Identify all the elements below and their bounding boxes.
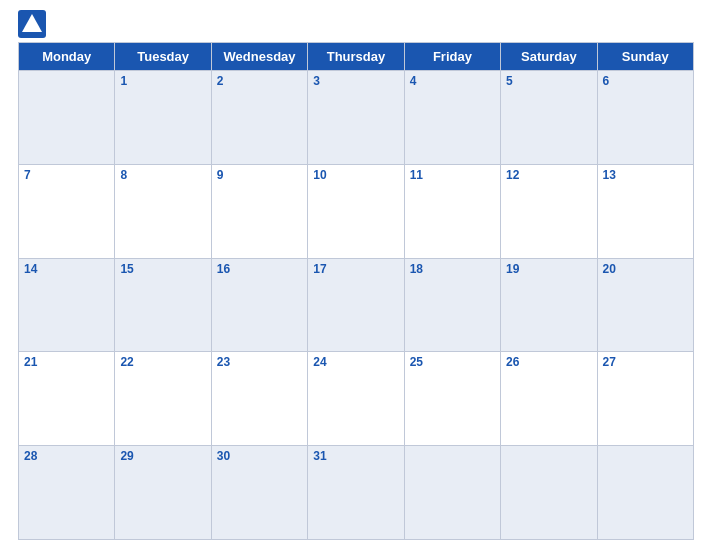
calendar-cell: 8 [115,164,211,258]
day-number: 29 [120,449,133,463]
calendar-cell: 9 [211,164,307,258]
day-header-friday: Friday [404,43,500,71]
day-number: 30 [217,449,230,463]
calendar-cell: 1 [115,71,211,165]
calendar-cell: 11 [404,164,500,258]
day-number: 10 [313,168,326,182]
calendar-cell: 24 [308,352,404,446]
day-number: 14 [24,262,37,276]
calendar-cell: 27 [597,352,693,446]
calendar-cell: 4 [404,71,500,165]
calendar-cell [501,446,597,540]
day-number: 28 [24,449,37,463]
calendar-cell: 25 [404,352,500,446]
day-number: 23 [217,355,230,369]
day-number: 27 [603,355,616,369]
calendar-cell: 20 [597,258,693,352]
calendar-cell: 3 [308,71,404,165]
calendar-cell: 28 [19,446,115,540]
logo-area [18,10,50,38]
generalblue-logo-icon [18,10,46,38]
calendar-cell [404,446,500,540]
day-number: 3 [313,74,320,88]
day-number: 26 [506,355,519,369]
calendar-cell: 5 [501,71,597,165]
day-number: 11 [410,168,423,182]
calendar-header: MondayTuesdayWednesdayThursdayFridaySatu… [19,43,694,71]
calendar-cell [597,446,693,540]
week-row-1: 123456 [19,71,694,165]
top-bar [18,10,694,38]
day-number: 24 [313,355,326,369]
day-header-thursday: Thursday [308,43,404,71]
calendar-cell: 2 [211,71,307,165]
calendar-cell: 6 [597,71,693,165]
calendar-cell: 18 [404,258,500,352]
calendar-cell: 19 [501,258,597,352]
day-number: 25 [410,355,423,369]
day-number: 13 [603,168,616,182]
calendar-table: MondayTuesdayWednesdayThursdayFridaySatu… [18,42,694,540]
day-number: 21 [24,355,37,369]
day-number: 31 [313,449,326,463]
day-number: 12 [506,168,519,182]
week-row-4: 21222324252627 [19,352,694,446]
calendar-cell: 16 [211,258,307,352]
week-row-3: 14151617181920 [19,258,694,352]
calendar-cell: 7 [19,164,115,258]
day-number: 17 [313,262,326,276]
calendar-cell: 15 [115,258,211,352]
calendar-body: 1234567891011121314151617181920212223242… [19,71,694,540]
calendar-cell: 26 [501,352,597,446]
day-number: 22 [120,355,133,369]
calendar-cell [19,71,115,165]
day-number: 6 [603,74,610,88]
day-number: 7 [24,168,31,182]
calendar-cell: 21 [19,352,115,446]
calendar-cell: 31 [308,446,404,540]
day-header-wednesday: Wednesday [211,43,307,71]
day-number: 5 [506,74,513,88]
day-header-tuesday: Tuesday [115,43,211,71]
calendar-cell: 29 [115,446,211,540]
day-header-saturday: Saturday [501,43,597,71]
calendar-cell: 23 [211,352,307,446]
day-number: 9 [217,168,224,182]
calendar-cell: 30 [211,446,307,540]
week-row-2: 78910111213 [19,164,694,258]
day-number: 4 [410,74,417,88]
calendar-cell: 22 [115,352,211,446]
day-number: 19 [506,262,519,276]
calendar-cell: 10 [308,164,404,258]
day-header-sunday: Sunday [597,43,693,71]
day-number: 16 [217,262,230,276]
calendar-cell: 14 [19,258,115,352]
day-number: 18 [410,262,423,276]
calendar-cell: 17 [308,258,404,352]
day-number: 2 [217,74,224,88]
days-of-week-row: MondayTuesdayWednesdayThursdayFridaySatu… [19,43,694,71]
calendar-cell: 13 [597,164,693,258]
week-row-5: 28293031 [19,446,694,540]
day-header-monday: Monday [19,43,115,71]
day-number: 1 [120,74,127,88]
calendar-cell: 12 [501,164,597,258]
day-number: 20 [603,262,616,276]
day-number: 8 [120,168,127,182]
day-number: 15 [120,262,133,276]
